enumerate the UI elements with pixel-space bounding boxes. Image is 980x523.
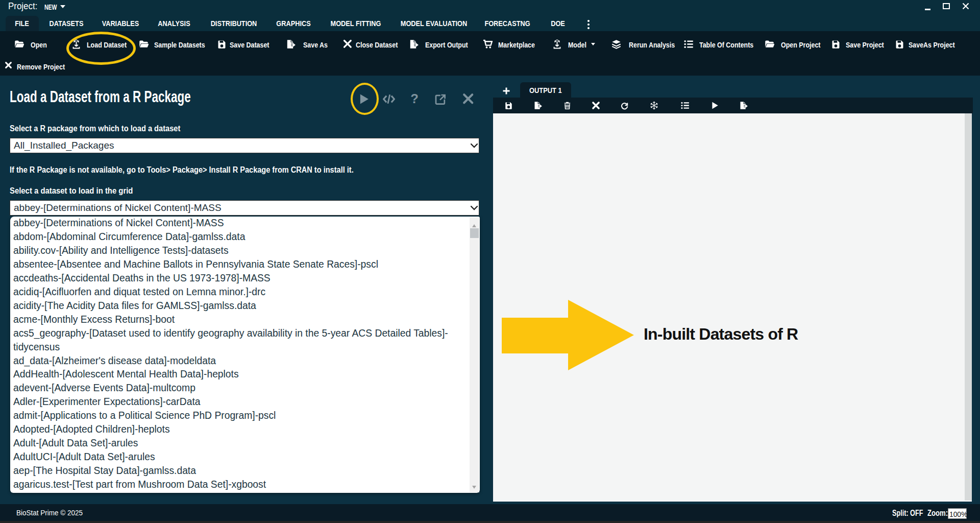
- svg-text:?: ?: [410, 93, 419, 105]
